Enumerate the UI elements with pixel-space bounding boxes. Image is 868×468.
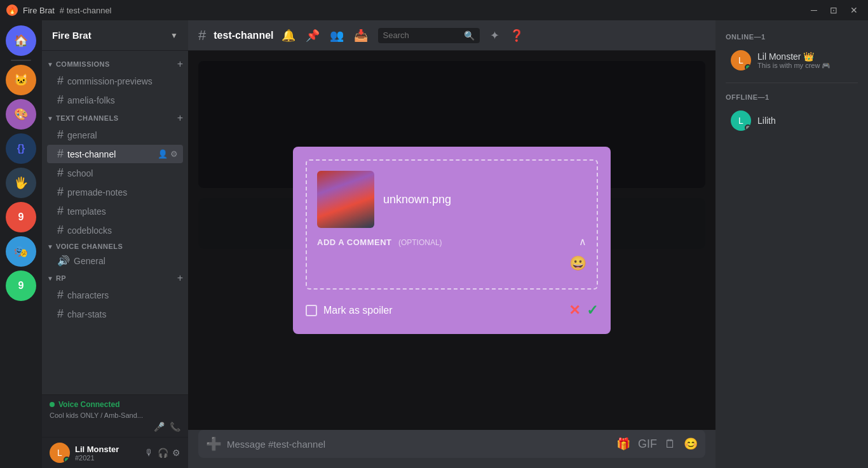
channel-characters[interactable]: # characters <box>47 286 183 304</box>
maximize-button[interactable]: ⊡ <box>826 4 841 17</box>
channel-header-name: test-channel <box>214 30 273 41</box>
user-add-icon: 👤 <box>158 149 168 159</box>
server-icon-home[interactable]: 🏠 <box>6 25 36 56</box>
close-button[interactable]: ✕ <box>846 4 862 17</box>
voice-connected-label: Voice Connected <box>58 400 119 409</box>
server-icon-1[interactable]: 🐱 <box>6 65 36 95</box>
channel-sidebar: Fire Brat ▼ ▼ COMMISSIONS + # commission… <box>42 20 188 468</box>
minimize-button[interactable]: ─ <box>807 4 821 17</box>
message-input-area: ➕ 🎁 GIF 🗒 😊 <box>188 430 715 468</box>
channel-name: char-stats <box>67 309 178 319</box>
right-sidebar: ONLINE—1 L Lil Monster 👑 This is with my… <box>715 20 868 468</box>
voice-channel-general[interactable]: 🔊 General <box>47 252 183 269</box>
user-settings-icon[interactable]: ⚙ <box>172 448 180 458</box>
comment-label: ADD A COMMENT <box>317 237 391 247</box>
member-badge: 👑 <box>803 51 814 62</box>
channel-name: school <box>67 168 178 178</box>
header-icons: 🔔 📌 👥 📥 🔍 ✦ ❓ <box>281 28 524 43</box>
avatar-letter: L <box>57 448 62 458</box>
channel-char-stats[interactable]: # char-stats <box>47 305 183 323</box>
confirm-upload-button[interactable]: ✓ <box>587 302 598 319</box>
server-icon-4[interactable]: 🖐 <box>6 168 36 198</box>
online-status-dot <box>745 64 751 70</box>
search-input[interactable] <box>383 30 460 40</box>
channel-school[interactable]: # school <box>47 164 183 182</box>
collapse-button[interactable]: ∧ <box>579 236 587 248</box>
voice-channel-label: Cool kids ONLY / Amb-Sand... <box>50 411 180 419</box>
mic-icon[interactable]: 🎤 <box>154 422 165 432</box>
category-voice-channels[interactable]: ▼ VOICE CHANNELS <box>42 240 188 251</box>
emoji-picker-button[interactable]: 😀 <box>569 255 587 272</box>
category-name-text: TEXT CHANNELS <box>56 114 177 122</box>
channel-templates[interactable]: # templates <box>47 202 183 220</box>
message-input[interactable] <box>227 439 611 450</box>
comment-input-area[interactable]: 😀 <box>317 253 587 278</box>
notification-bell-icon[interactable]: 🔔 <box>281 29 295 43</box>
file-thumbnail <box>317 171 374 228</box>
voice-status: Voice Connected <box>50 400 180 409</box>
comment-section: ADD A COMMENT (OPTIONAL) ∧ 😀 <box>317 236 587 278</box>
right-sidebar-divider <box>726 83 858 83</box>
channel-test-channel[interactable]: # test-channel 👤 ⚙ <box>47 145 183 163</box>
messages-area: unknown.png ADD A COMMENT (OPTIONAL) ∧ <box>188 51 715 430</box>
action-icons: ✕ ✓ <box>569 302 598 319</box>
server-icon-5[interactable]: 9 <box>6 202 36 232</box>
attachment-button[interactable]: ➕ <box>206 436 222 451</box>
member-item-lilith[interactable]: L Lilith <box>721 107 863 135</box>
headset-icon[interactable]: 🎧 <box>158 448 168 458</box>
category-add-text[interactable]: + <box>177 112 183 124</box>
category-name-commissions: COMMISSIONS <box>56 60 177 68</box>
phone-leave-icon[interactable]: 📞 <box>170 422 180 432</box>
channel-name: templates <box>67 206 178 217</box>
category-text-channels[interactable]: ▼ TEXT CHANNELS + <box>42 110 188 125</box>
hash-icon: # <box>57 147 64 161</box>
channel-name: premade-notes <box>67 187 178 197</box>
emoji-icon[interactable]: 😊 <box>684 437 698 451</box>
discord-icon[interactable]: ✦ <box>490 29 499 43</box>
server-icon-6[interactable]: 🎭 <box>6 236 36 267</box>
comment-optional: (OPTIONAL) <box>398 238 442 247</box>
channel-name: General <box>74 256 178 266</box>
app-icon: 🔥 <box>6 4 18 16</box>
hash-icon: # <box>57 166 64 180</box>
member-item-lil-monster[interactable]: L Lil Monster 👑 This is with my crew 🎮 <box>721 46 863 74</box>
channel-name: commission-previews <box>67 76 178 86</box>
upload-modal-overlay: unknown.png ADD A COMMENT (OPTIONAL) ∧ <box>188 51 715 430</box>
title-bar-left: 🔥 Fire Brat # test-channel <box>6 4 112 16</box>
hash-icon: # <box>57 288 64 302</box>
category-rp[interactable]: ▼ RP + <box>42 270 188 285</box>
server-icon-7[interactable]: 9 <box>6 271 36 301</box>
server-icon-2[interactable]: 🎨 <box>6 99 36 130</box>
pin-icon[interactable]: 📌 <box>306 29 320 43</box>
server-icon-3[interactable]: {} <box>6 133 36 164</box>
channel-commission-previews[interactable]: # commission-previews <box>47 72 183 90</box>
cancel-upload-button[interactable]: ✕ <box>569 302 580 319</box>
gif-icon[interactable]: GIF <box>638 438 657 451</box>
channel-premade-notes[interactable]: # premade-notes <box>47 183 183 201</box>
message-input-box: ➕ 🎁 GIF 🗒 😊 <box>198 430 705 458</box>
members-icon[interactable]: 👥 <box>330 29 344 43</box>
category-name-voice: VOICE CHANNELS <box>56 243 183 250</box>
inbox-icon[interactable]: 📥 <box>354 29 368 43</box>
gift-icon[interactable]: 🎁 <box>616 437 630 451</box>
channel-amelia-folks[interactable]: # amelia-folks <box>47 91 183 109</box>
server-header[interactable]: Fire Brat ▼ <box>42 20 188 51</box>
member-avatar: L <box>731 110 751 131</box>
channel-name: characters <box>67 290 178 300</box>
category-commissions[interactable]: ▼ COMMISSIONS + <box>42 56 188 71</box>
microphone-icon[interactable]: 🎙 <box>145 448 154 458</box>
search-bar[interactable]: 🔍 <box>378 28 480 43</box>
sticker-icon[interactable]: 🗒 <box>665 438 676 451</box>
channel-codeblocks[interactable]: # codeblocks <box>47 221 183 239</box>
category-arrow: ▼ <box>47 61 53 68</box>
spoiler-checkbox[interactable] <box>306 305 317 316</box>
category-add-rp[interactable]: + <box>177 272 183 284</box>
upload-drop-zone[interactable]: unknown.png ADD A COMMENT (OPTIONAL) ∧ <box>306 159 598 290</box>
category-add-commissions[interactable]: + <box>177 58 183 70</box>
channel-general[interactable]: # general <box>47 126 183 144</box>
member-info: Lil Monster 👑 This is with my crew 🎮 <box>757 51 853 70</box>
channel-list: ▼ COMMISSIONS + # commission-previews # … <box>42 51 188 394</box>
help-icon[interactable]: ❓ <box>510 29 524 43</box>
offline-header: OFFLINE—1 <box>715 91 868 106</box>
member-avatar: L <box>731 50 751 70</box>
